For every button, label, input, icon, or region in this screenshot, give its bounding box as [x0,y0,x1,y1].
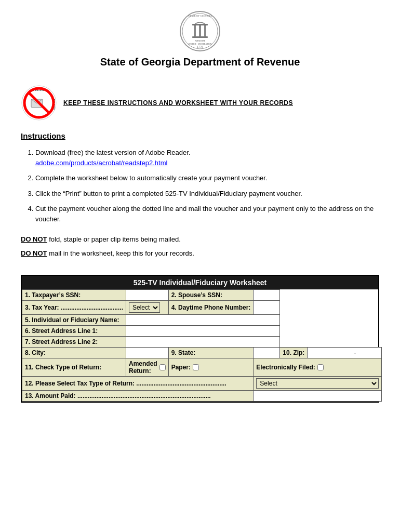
amount-paid-label: 13. Amount Paid: .......................… [22,390,254,401]
individual-name-label: 5. Individual or Fiduciary Name: [22,314,126,325]
taxpayer-ssn-input-cell[interactable] [126,289,168,300]
street2-input-cell[interactable] [126,336,279,347]
instruction-3-text: Click the “Print” button to print a comp… [35,190,302,197]
instruction-4-text: Cut the payment voucher along the dotted… [35,205,374,223]
svg-rect-8 [192,36,208,38]
check-type-label: 11. Check Type of Return: [22,358,126,376]
adobe-link[interactable]: adobe.com/products/acrobat/readstep2.htm… [35,159,167,167]
street1-input[interactable] [129,327,277,335]
efiled-cell: Electronically Filed: [254,358,382,376]
instruction-2-text: Complete the worksheet below to automati… [35,174,268,182]
taxpayer-ssn-input[interactable] [129,291,166,299]
svg-rect-4 [194,25,196,36]
warning-2-text: mail in the worksheet, keep this for you… [49,249,194,257]
daytime-phone-label: 4. Daytime Phone Number: [168,300,254,314]
svg-rect-6 [204,25,206,36]
page-title: State of Georgia Department of Revenue [100,56,300,68]
row-city-state-zip: 8. City: 9. State: 10. Zip: - [22,347,382,358]
instruction-item-2: Complete the worksheet below to automati… [35,173,379,183]
page-header: STATE OF GEORGIA 1776 WISDOM JUSTICE · M… [21,10,379,76]
tax-year-select[interactable]: Select 2023 2022 2021 2020 [129,302,160,313]
zip-label: 10. Zip: [280,347,308,358]
state-input-cell[interactable] [254,347,280,358]
taxpayer-ssn-label: 1. Taxpayer’s SSN: [22,289,126,300]
city-label: 8. City: [22,347,126,358]
amended-return-cell: Amended Return: [126,358,168,376]
spouse-ssn-label: 2. Spouse’s SSN: [168,289,254,300]
no-mail-icon: PLEASE DO NOT MAIL! [21,85,57,121]
instruction-item-1: Download (free) the latest version of Ad… [35,148,379,168]
instruction-item-4: Cut the payment voucher along the dotted… [35,204,379,224]
street2-label: 7. Street Address Line 2: [22,336,126,347]
svg-text:1776: 1776 [197,45,203,48]
tax-year-label: 3. Tax Year: ...........................… [22,300,126,314]
zip-input-cell[interactable]: - [308,347,382,358]
instruction-1-text: Download (free) the latest version of Ad… [35,149,190,167]
worksheet: 525-TV Individual/Fiduciary Worksheet 1.… [21,275,379,403]
row-amount-paid: 13. Amount Paid: .......................… [22,390,382,401]
svg-rect-5 [199,25,201,36]
worksheet-title: 525-TV Individual/Fiduciary Worksheet [22,276,378,289]
spouse-ssn-input[interactable] [256,291,277,299]
instructions-section: Instructions Download (free) the latest … [21,131,379,224]
instructions-heading: Instructions [21,131,379,140]
row-tax-year: 3. Tax Year: ...........................… [22,300,382,314]
amended-return-checkbox[interactable] [159,364,166,370]
row-check-type: 11. Check Type of Return: Amended Return… [22,358,382,376]
street2-input[interactable] [129,338,277,345]
paper-checkbox[interactable] [193,364,199,370]
street1-label: 6. Street Address Line 1: [22,325,126,336]
row-tax-type: 12. Please Select Tax Type of Return: ..… [22,376,382,390]
daytime-phone-input[interactable] [256,304,277,311]
svg-text:WISDOM: WISDOM [195,39,205,42]
worksheet-table: 1. Taxpayer’s SSN: 2. Spouse’s SSN: 3. T… [22,289,382,402]
georgia-seal-icon: STATE OF GEORGIA 1776 WISDOM JUSTICE · M… [179,10,221,52]
amount-paid-input[interactable] [256,392,379,400]
street1-input-cell[interactable] [126,325,279,336]
tax-type-select-cell[interactable]: Select Individual Fiduciary [254,376,382,390]
warning-2: DO NOT mail in the worksheet, keep this … [21,248,379,259]
state-input[interactable] [256,349,277,356]
state-label: 9. State: [168,347,254,358]
row-street1: 6. Street Address Line 1: [22,325,382,336]
paper-cell: Paper: [168,358,254,376]
do-not-label-2: DO NOT [21,249,47,257]
tax-year-select-cell[interactable]: Select 2023 2022 2021 2020 [126,300,168,314]
individual-name-input[interactable] [129,316,277,324]
do-not-mail-banner: PLEASE DO NOT MAIL! KEEP THESE INSTRUCTI… [21,85,379,121]
individual-name-input-cell[interactable] [126,314,279,325]
paper-label: Paper: [171,364,191,371]
efiled-checkbox[interactable] [317,364,324,370]
city-input[interactable] [129,349,166,356]
amount-paid-input-cell[interactable] [254,390,382,401]
svg-text:JUSTICE · MODERATION: JUSTICE · MODERATION [189,43,212,45]
zip-dash-separator: - [354,349,356,356]
warning-1: DO NOT fold, staple or paper clip items … [21,234,379,245]
tax-type-label: 12. Please Select Tax Type of Return: ..… [22,376,254,390]
city-input-cell[interactable] [126,347,168,358]
row-individual-name: 5. Individual or Fiduciary Name: [22,314,382,325]
row-ssn: 1. Taxpayer’s SSN: 2. Spouse’s SSN: [22,289,382,300]
do-not-mail-text: KEEP THESE INSTRUCTIONS AND WORKSHEET WI… [63,99,293,107]
tax-type-select[interactable]: Select Individual Fiduciary [256,378,379,389]
do-not-label-1: DO NOT [21,235,47,243]
daytime-phone-input-cell[interactable] [254,300,280,314]
spouse-ssn-input-cell[interactable] [254,289,280,300]
efiled-label: Electronically Filed: [256,364,315,371]
zip-input[interactable] [310,349,352,356]
warning-1-text: fold, staple or paper clip items being m… [49,235,181,243]
instruction-item-3: Click the “Print” button to print a comp… [35,189,379,199]
zip-plus4-input[interactable] [358,349,379,356]
svg-text:STATE OF GEORGIA: STATE OF GEORGIA [188,15,212,17]
row-street2: 7. Street Address Line 2: [22,336,382,347]
amended-return-label: Amended Return: [129,360,157,375]
instructions-list: Download (free) the latest version of Ad… [21,148,379,224]
